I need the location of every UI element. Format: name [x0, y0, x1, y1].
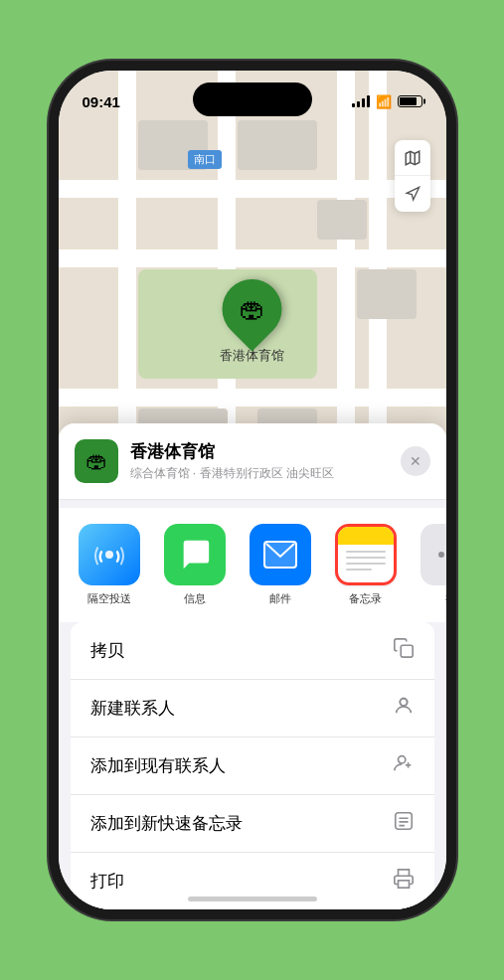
notes-top-bar [338, 527, 394, 545]
share-more[interactable]: 提 [417, 524, 446, 606]
status-icons: 📶 [352, 94, 422, 109]
action-copy[interactable]: 拷贝 [71, 622, 434, 680]
share-message[interactable]: 信息 [160, 524, 230, 606]
close-button[interactable]: ✕ [401, 446, 430, 476]
notes-line [346, 569, 372, 571]
new-contact-icon [393, 695, 415, 722]
notes-visual [338, 527, 394, 582]
message-label: 信息 [184, 591, 206, 606]
airdrop-icon-wrap [79, 524, 140, 585]
svg-rect-20 [398, 881, 409, 888]
airdrop-label: 隔空投送 [87, 591, 131, 606]
svg-marker-0 [406, 151, 420, 165]
action-add-contact[interactable]: 添加到现有联系人 [71, 737, 434, 795]
venue-avatar-icon: 🏟 [85, 448, 107, 474]
venue-pin-icon: 🏟 [240, 294, 265, 325]
sheet-header: 🏟 香港体育馆 综合体育馆 · 香港特别行政区 油尖旺区 ✕ [59, 423, 446, 500]
map-label: 南口 [188, 150, 222, 169]
svg-marker-3 [407, 187, 420, 200]
action-add-contact-label: 添加到现有联系人 [90, 754, 226, 777]
map-controls[interactable] [395, 140, 430, 212]
venue-avatar: 🏟 [75, 439, 118, 483]
more-icon-wrap [420, 524, 446, 585]
close-icon: ✕ [410, 453, 421, 469]
more-label: 提 [445, 591, 446, 606]
wifi-icon: 📶 [376, 94, 392, 109]
map-label-text: 南口 [194, 153, 216, 165]
home-indicator [188, 897, 317, 901]
mail-icon-wrap [250, 524, 311, 585]
action-new-contact-label: 新建联系人 [90, 697, 175, 720]
share-mail[interactable]: 邮件 [246, 524, 315, 606]
svg-point-12 [400, 699, 407, 706]
mail-label: 邮件 [269, 591, 291, 606]
share-airdrop[interactable]: 隔空投送 [75, 524, 144, 606]
share-row: 隔空投送 信息 [59, 508, 446, 622]
notes-line [346, 551, 386, 553]
action-copy-label: 拷贝 [90, 639, 124, 662]
action-new-contact[interactable]: 新建联系人 [71, 680, 434, 737]
venue-pin: 🏟 [210, 267, 294, 352]
phone-frame: 09:41 📶 [59, 71, 446, 909]
map-road [59, 180, 446, 198]
share-notes[interactable]: 备忘录 [331, 524, 401, 606]
action-quick-note-label: 添加到新快速备忘录 [90, 812, 243, 835]
status-time: 09:41 [83, 93, 120, 110]
action-print-label: 打印 [90, 870, 124, 893]
svg-point-4 [105, 551, 113, 559]
battery-icon [398, 95, 422, 107]
action-quick-note[interactable]: 添加到新快速备忘录 [71, 795, 434, 853]
venue-name: 香港体育馆 [130, 440, 389, 463]
notes-line [346, 563, 386, 565]
notes-label: 备忘录 [349, 591, 382, 606]
dynamic-island [193, 82, 312, 116]
map-road [59, 249, 446, 267]
location-button[interactable] [395, 176, 430, 212]
signal-icon [352, 95, 370, 107]
copy-icon [393, 637, 415, 664]
print-icon [393, 868, 415, 895]
notes-icon-wrap [335, 524, 397, 585]
add-contact-icon [393, 752, 415, 779]
map-block [238, 120, 317, 170]
map-type-button[interactable] [395, 140, 430, 176]
action-list: 拷贝 新建联系人 [71, 622, 434, 909]
svg-point-13 [398, 756, 405, 763]
svg-rect-16 [395, 813, 412, 830]
notes-line [346, 557, 386, 559]
svg-point-7 [438, 552, 444, 558]
venue-description: 综合体育馆 · 香港特别行政区 油尖旺区 [130, 465, 389, 482]
quick-note-icon [393, 810, 415, 837]
venue-info: 香港体育馆 综合体育馆 · 香港特别行政区 油尖旺区 [130, 440, 389, 482]
message-icon-wrap [164, 524, 226, 585]
svg-rect-10 [401, 645, 413, 657]
bottom-sheet: 🏟 香港体育馆 综合体育馆 · 香港特别行政区 油尖旺区 ✕ [59, 423, 446, 909]
venue-marker: 🏟 香港体育馆 [220, 279, 284, 365]
map-road [59, 389, 446, 407]
map-block [317, 200, 367, 240]
map-block [357, 269, 417, 319]
